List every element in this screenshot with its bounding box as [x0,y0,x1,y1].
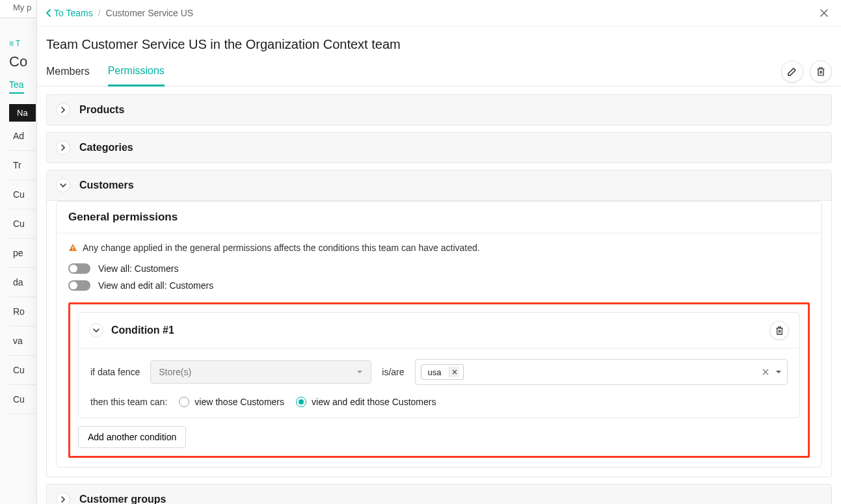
toggle-view-edit-all-row: View and edit all: Customers [68,280,810,291]
close-icon [820,8,829,18]
team-detail-panel: To Teams / Customer Service US Team Cust… [36,0,841,504]
store-tag-label: usa [428,367,442,377]
toggle-view-edit-all[interactable] [68,280,90,291]
data-fence-select-value: Store(s) [159,367,191,377]
accordion-customers-label: Customers [79,179,134,191]
chevron-right-icon [56,140,70,155]
open-tags-dropdown[interactable] [775,369,782,375]
condition-title: Condition #1 [111,325,174,336]
store-tag: usa [421,364,464,380]
chevron-down-icon [356,369,363,375]
toggle-view-edit-all-label: View and edit all: Customers [98,280,213,291]
chevron-right-icon [56,103,70,117]
condition-header[interactable]: Condition #1 [79,313,799,349]
pencil-icon [787,66,797,77]
toggle-view-all[interactable] [68,263,90,274]
trash-icon [816,66,825,77]
tab-permissions[interactable]: Permissions [108,57,165,86]
delete-button[interactable] [810,60,832,83]
toggle-view-all-row: View all: Customers [68,263,810,274]
panel-body: Products Categories Customers Ge [37,86,841,504]
condition-then-row: then this team can: view those Customers… [90,397,788,407]
add-condition-label: Add another condition [88,432,176,442]
stores-tag-input[interactable]: usa [415,359,788,385]
accordion-customers-header[interactable]: Customers [47,170,831,201]
accordion-customer-groups-label: Customer groups [79,494,166,504]
accordion-customer-groups-header[interactable]: Customer groups [47,484,831,504]
is-are-label: is/are [382,367,404,377]
close-panel-button[interactable] [816,5,832,21]
svg-rect-1 [72,250,73,250]
add-condition-button[interactable]: Add another condition [78,426,186,448]
radio-view-edit[interactable] [296,397,306,407]
chevron-down-icon [89,323,103,338]
conditions-highlight: Condition #1 if data fence [68,302,810,458]
bg-sidebar: ≡ T Co Tea Na Ad Tr Cu Cu pe da Ro va Cu… [9,39,36,414]
breadcrumb-current: Customer Service US [106,8,194,18]
accordion-categories: Categories [46,132,832,163]
accordion-customer-groups: Customer groups [46,484,832,504]
tab-members[interactable]: Members [46,58,90,85]
trash-icon [775,326,784,336]
chevron-down-icon [775,369,782,375]
bg-profile-label: My p [13,3,31,12]
then-label: then this team can: [90,397,167,407]
radio-view-edit-option[interactable]: view and edit those Customers [296,397,436,407]
accordion-customers: Customers General permissions Any change… [46,170,832,477]
accordion-products-header[interactable]: Products [47,95,831,125]
tab-row: Members Permissions [37,57,841,86]
delete-condition-button[interactable] [769,321,789,340]
accordion-categories-header[interactable]: Categories [47,133,831,163]
svg-rect-0 [72,246,73,249]
breadcrumb-separator: / [98,8,101,18]
warning-icon [68,243,77,252]
clear-tags-button[interactable] [762,369,769,375]
radio-view[interactable] [179,397,189,407]
accordion-categories-label: Categories [79,142,133,153]
general-permissions-card: General permissions Any change applied i… [56,201,822,468]
page-title: Team Customer Service US in the Organiza… [37,27,841,57]
if-data-fence-label: if data fence [90,367,140,377]
radio-view-label: view those Customers [194,397,284,407]
general-permissions-heading: General permissions [57,202,821,233]
condition-card: Condition #1 if data fence [78,312,800,418]
breadcrumb-back-label: To Teams [54,8,93,18]
condition-if-row: if data fence Store(s) is/are [90,359,788,385]
chevron-right-icon [56,492,70,504]
breadcrumb: To Teams / Customer Service US [37,0,841,27]
close-icon [762,369,769,375]
breadcrumb-back-link[interactable]: To Teams [46,8,93,18]
edit-button[interactable] [781,60,803,83]
radio-view-option[interactable]: view those Customers [179,397,284,407]
chevron-down-icon [56,178,70,192]
remove-tag-button[interactable] [449,367,459,377]
accordion-products: Products [46,94,832,126]
toggle-view-all-label: View all: Customers [98,263,178,274]
accordion-products-label: Products [79,104,124,116]
warning-row: Any change applied in the general permis… [68,243,810,253]
warning-text: Any change applied in the general permis… [83,243,480,253]
chevron-left-icon [46,9,51,17]
radio-view-edit-label: view and edit those Customers [312,397,436,407]
data-fence-select[interactable]: Store(s) [150,360,371,384]
close-icon [452,369,457,375]
